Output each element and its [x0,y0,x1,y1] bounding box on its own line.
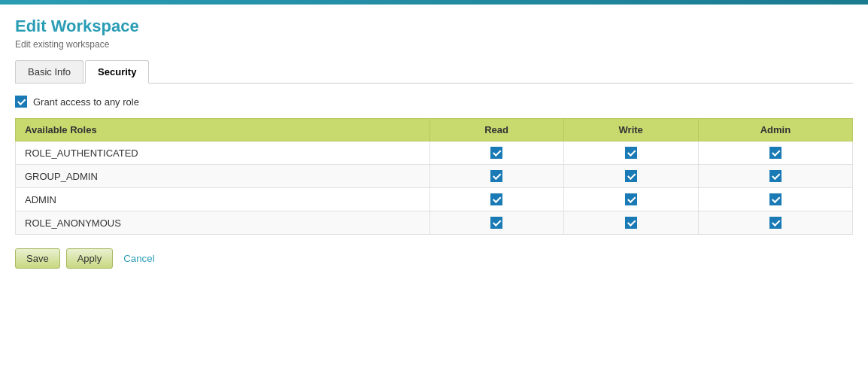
col-header-role: Available Roles [16,119,430,141]
col-header-read: Read [429,119,563,141]
table-header-row: Available Roles Read Write Admin [16,119,853,141]
role-admin-cell [698,165,852,188]
role-name: GROUP_ADMIN [16,165,430,188]
role-write-cell [563,211,698,235]
page-container: Edit Workspace Edit existing workspace B… [0,5,868,281]
save-button[interactable]: Save [15,248,60,269]
role-write-checkbox[interactable] [625,170,637,182]
tabs: Basic Info Security [15,60,853,84]
role-write-cell [563,165,698,188]
role-admin-checkbox[interactable] [769,147,782,159]
role-write-cell [563,141,698,165]
tab-basic-info[interactable]: Basic Info [15,60,83,83]
grant-access-row: Grant access to any role [15,96,853,108]
apply-button[interactable]: Apply [66,248,114,269]
table-row: ROLE_ANONYMOUS [16,211,853,235]
page-subtitle: Edit existing workspace [15,39,853,50]
role-admin-cell [698,141,852,165]
page-title: Edit Workspace [15,17,853,36]
role-read-cell [429,141,563,165]
role-read-checkbox[interactable] [490,193,502,205]
role-write-checkbox[interactable] [625,193,637,205]
role-read-cell [429,165,563,188]
cancel-button[interactable]: Cancel [119,249,159,268]
table-row: ROLE_AUTHENTICATED [16,141,853,165]
role-read-checkbox[interactable] [490,217,502,229]
role-read-cell [429,211,563,235]
role-write-cell [563,188,698,211]
role-read-cell [429,188,563,211]
grant-access-label[interactable]: Grant access to any role [33,96,139,108]
role-admin-checkbox[interactable] [769,193,782,205]
col-header-admin: Admin [698,119,852,141]
role-admin-cell [698,211,852,235]
roles-table: Available Roles Read Write Admin ROLE_AU… [15,118,853,235]
role-name: ADMIN [16,188,430,211]
role-read-checkbox[interactable] [490,147,502,159]
role-name: ROLE_AUTHENTICATED [16,141,430,165]
role-admin-checkbox[interactable] [769,170,782,182]
role-read-checkbox[interactable] [490,170,502,182]
role-write-checkbox[interactable] [625,147,637,159]
role-admin-cell [698,188,852,211]
col-header-write: Write [563,119,698,141]
tab-security[interactable]: Security [85,60,149,84]
role-name: ROLE_ANONYMOUS [16,211,430,235]
grant-access-checkbox[interactable] [15,96,27,108]
table-row: GROUP_ADMIN [16,165,853,188]
role-write-checkbox[interactable] [625,217,637,229]
table-row: ADMIN [16,188,853,211]
role-admin-checkbox[interactable] [769,217,782,229]
actions-row: Save Apply Cancel [15,248,853,269]
